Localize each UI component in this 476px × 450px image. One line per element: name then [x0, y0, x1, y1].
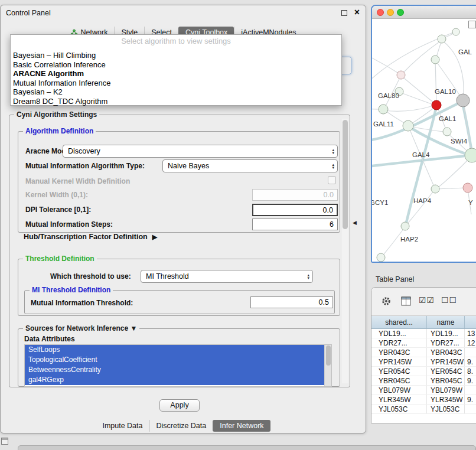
chevron-updown-icon: ▴▾	[307, 273, 312, 279]
close-icon[interactable]: ×	[354, 7, 360, 18]
expand-right-icon: ▶	[152, 233, 157, 240]
algorithm-option[interactable]: Bayesian – K2	[11, 87, 341, 97]
network-node	[431, 185, 439, 193]
table-row[interactable]: YDR27...YDR27...12	[371, 338, 476, 348]
mi-threshold-label: Mutual Information Threshold:	[31, 299, 133, 307]
network-node	[377, 253, 385, 262]
mi-type-select[interactable]: Naive Bayes ▴▾	[162, 159, 338, 172]
attribute-item-selected[interactable]: SelfLoops	[25, 345, 324, 355]
manual-kernel-label: Manual Kernel Width Definition	[25, 177, 130, 185]
dropdown-placeholder: Select algorithm to view settings	[11, 36, 341, 46]
node-label: GAL4	[412, 151, 430, 158]
tab-infer-network[interactable]: Infer Network	[213, 420, 270, 432]
table-row[interactable]: YPR145WYPR145W9.	[371, 357, 476, 367]
data-attributes-label: Data Attributes	[24, 335, 75, 343]
float-window-icon[interactable]	[341, 10, 347, 16]
algorithm-option[interactable]: Bayesian – Hill Climbing	[11, 51, 341, 60]
mi-steps-label: Mutual Information Steps:	[25, 220, 113, 229]
combo-value: Discovery	[68, 147, 100, 155]
group-title: Threshold Definition	[23, 255, 97, 263]
network-node	[403, 120, 413, 131]
mi-threshold-field[interactable]: 0.5	[250, 296, 333, 308]
sources-group: Sources for Network Inference ▼ Data Att…	[18, 328, 340, 387]
column-header-extra[interactable]	[465, 316, 476, 328]
node-label: GCY1	[372, 199, 388, 206]
manual-kernel-checkbox[interactable]	[328, 176, 336, 184]
dpi-tolerance-label: DPI Tolerance [0,1]:	[25, 206, 91, 214]
attribute-item-selected[interactable]: gal4RGexp	[25, 375, 324, 385]
sources-section-header[interactable]: Sources for Network Inference ▼	[23, 324, 139, 332]
chevron-updown-icon: ▴▾	[332, 148, 337, 154]
dpi-tolerance-field[interactable]: 0.0	[252, 204, 338, 216]
table-panel-window: ☑☑ ☐☐ shared... name YDL19...YDL19...13 …	[371, 287, 476, 423]
mi-threshold-group: MI Threshold Definition Mutual Informati…	[24, 290, 335, 314]
select-all-icon[interactable]: ☑☑	[419, 295, 435, 305]
which-threshold-select[interactable]: MI Threshold ▴▾	[141, 270, 313, 283]
algorithm-option[interactable]: Dream8 DC_TDC Algorithm	[11, 97, 341, 106]
table-row[interactable]: YBL079WYBL079W	[371, 386, 476, 395]
node-label: HAP2	[400, 236, 418, 243]
network-node	[401, 222, 409, 230]
network-node-labels: GAL GAL80 GAL10 GAL11 GAL1 SWI4 GAL4 GCY…	[372, 48, 473, 243]
algorithm-option[interactable]: Mutual Information Inference	[11, 79, 341, 88]
mi-steps-field[interactable]: 6	[252, 219, 338, 230]
hub-section-label: Hub/Transcription Factor Definition	[24, 233, 148, 241]
table-row[interactable]: YBR045CYBR045C9.	[371, 376, 476, 386]
tab-impute-data[interactable]: Impute Data	[96, 420, 149, 432]
network-node	[397, 71, 405, 79]
minimize-button[interactable]	[387, 9, 394, 16]
hub-transcription-section[interactable]: Hub/Transcription Factor Definition▶	[24, 233, 157, 241]
tab-label: Discretize Data	[157, 422, 207, 430]
gear-icon[interactable]	[381, 296, 392, 306]
network-canvas[interactable]: GAL GAL80 GAL10 GAL11 GAL1 SWI4 GAL4 GCY…	[372, 19, 476, 262]
table-row[interactable]: YJL053CYJL053C	[371, 405, 476, 414]
algorithm-dropdown-popup: Select algorithm to view settings Bayesi…	[10, 34, 342, 106]
tab-label: Impute Data	[102, 422, 142, 430]
cyni-algorithm-settings-group: Cyni Algorithm Settings Algorithm Defini…	[9, 115, 350, 387]
apply-button[interactable]: Apply	[159, 399, 200, 412]
table-row[interactable]: YBR043CYBR043C	[371, 348, 476, 357]
attribute-item-selected[interactable]: TopologicalCoefficient	[25, 355, 324, 365]
settings-scrollbar[interactable]	[341, 119, 348, 383]
algorithm-option[interactable]: Basic Correlation Inference	[11, 60, 341, 70]
window-title: Control Panel	[6, 9, 51, 17]
node-label: SWI4	[451, 138, 468, 145]
bottom-panel-edge	[18, 445, 476, 450]
network-node	[431, 56, 439, 64]
collapse-panel-icon[interactable]: ◀	[353, 220, 357, 226]
network-node	[452, 28, 459, 35]
column-header-name[interactable]: name	[427, 316, 465, 328]
network-node	[465, 148, 476, 162]
algorithm-option-selected[interactable]: ARACNE Algorithm	[11, 69, 341, 79]
show-columns-icon[interactable]	[401, 296, 411, 306]
node-label: GAL	[458, 48, 472, 56]
aracne-mode-select[interactable]: Discovery ▴▾	[63, 145, 338, 158]
desktop: Control Panel × Network Style Select Cyn…	[0, 0, 476, 450]
network-node-hub	[457, 94, 470, 107]
table-row[interactable]: YLR345WYLR345W9.	[371, 395, 476, 405]
table-row[interactable]: YER054CYER054C8.	[371, 367, 476, 376]
chevron-updown-icon: ▴▾	[332, 163, 337, 169]
node-label: GAL80	[378, 92, 399, 99]
attribute-item-selected[interactable]: BetweennessCentrality	[25, 365, 324, 375]
tab-discretize-data[interactable]: Discretize Data	[149, 420, 213, 432]
deselect-all-icon[interactable]: ☐☐	[441, 295, 457, 305]
scrollbar-thumb[interactable]	[343, 120, 348, 229]
column-header-shared[interactable]: shared...	[371, 316, 427, 328]
network-view-window: GAL GAL80 GAL10 GAL11 GAL1 SWI4 GAL4 GCY…	[371, 5, 476, 263]
kernel-width-field[interactable]: 0.0	[252, 189, 338, 201]
attribute-list-scrollbar[interactable]	[324, 345, 331, 386]
threshold-definition-group: Threshold Definition Which threshold to …	[18, 259, 340, 316]
birdseye-button[interactable]	[468, 21, 476, 28]
node-label: HAP4	[413, 197, 432, 204]
node-label: Y	[468, 199, 473, 206]
group-title: Cyni Algorithm Settings	[14, 110, 99, 119]
close-button[interactable]	[377, 9, 384, 16]
panel-grip-icon[interactable]	[1, 438, 8, 445]
mi-type-label: Mutual Information Algorithm Type:	[25, 162, 145, 170]
zoom-button[interactable]	[397, 9, 404, 16]
collapse-down-icon: ▼	[130, 324, 137, 332]
combo-value: Naive Bayes	[168, 162, 209, 170]
table-row[interactable]: YDL19...YDL19...13	[371, 329, 476, 338]
table-body: YDL19...YDL19...13 YDR27...YDR27...12 YB…	[371, 329, 476, 414]
